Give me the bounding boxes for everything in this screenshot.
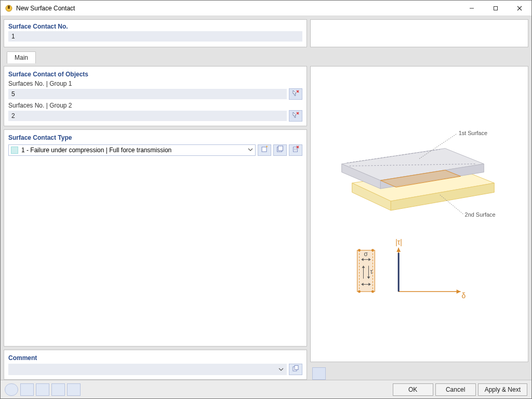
svg-point-36 (358, 290, 361, 293)
contact-type-selected-label: 1 - Failure under compression | Full for… (21, 147, 171, 154)
type-delete-button[interactable] (289, 144, 302, 156)
pick-in-view-icon (292, 111, 299, 121)
type-section: Surface Contact Type 1 - Failure under c… (4, 129, 307, 347)
objects-section: Surface Contact of Objects Surfaces No. … (4, 66, 307, 126)
group2-label: Surfaces No. | Group 2 (8, 102, 302, 109)
dialog-footer: 0,00 fx OK Cancel Apply & Next (1, 380, 531, 398)
svg-point-34 (358, 249, 361, 251)
svg-rect-21 (295, 366, 298, 370)
maximize-button[interactable] (484, 1, 508, 16)
comment-heading: Comment (8, 354, 302, 362)
minimize-button[interactable] (460, 1, 484, 16)
chevron-down-icon (248, 147, 253, 154)
svg-marker-49 (396, 248, 401, 252)
chevron-down-icon (278, 365, 284, 374)
preview-show-button[interactable] (312, 367, 326, 380)
pick-in-view-icon (292, 89, 299, 99)
contact-number-input[interactable] (8, 31, 302, 42)
ok-button[interactable]: OK (393, 383, 433, 396)
preview-panel: 1st Surface 2nd Surface (310, 66, 528, 362)
close-button[interactable] (508, 1, 531, 16)
tau-label: τ (370, 268, 373, 275)
svg-point-37 (371, 290, 374, 293)
function-button[interactable]: fx (67, 383, 81, 396)
sigma-label: σ (364, 250, 368, 258)
type-library-button[interactable] (273, 144, 287, 156)
library-icon (276, 145, 284, 155)
type-color-swatch (11, 147, 18, 154)
contact-type-select[interactable]: 1 - Failure under compression | Full for… (8, 144, 256, 156)
units-button[interactable]: 0,00 (20, 383, 34, 396)
surface1-label: 1st Surface (459, 130, 487, 136)
display-button[interactable] (51, 383, 65, 396)
tab-main[interactable]: Main (7, 51, 36, 63)
copy-icon (292, 365, 299, 374)
type-heading: Surface Contact Type (8, 134, 302, 141)
group1-pick-button[interactable] (289, 88, 302, 100)
group2-input[interactable] (8, 111, 287, 121)
type-new-button[interactable] (258, 144, 271, 156)
contact-number-panel: Surface Contact No. (4, 19, 307, 47)
window-title: New Surface Contact (16, 5, 75, 12)
object-tree-button[interactable] (36, 383, 49, 396)
group1-label: Surfaces No. | Group 1 (8, 80, 302, 87)
svg-rect-10 (262, 147, 267, 152)
svg-rect-3 (494, 6, 498, 10)
surface2-label: 2nd Surface (465, 211, 496, 218)
apply-next-button[interactable]: Apply & Next (478, 383, 527, 396)
preview-illustration: 1st Surface 2nd Surface (311, 66, 528, 362)
group1-input[interactable] (8, 89, 287, 99)
svg-point-35 (371, 249, 374, 251)
svg-rect-14 (278, 146, 283, 151)
svg-marker-51 (457, 289, 461, 294)
help-button[interactable] (5, 383, 18, 396)
axis-x-label: δ (462, 291, 466, 300)
comment-section: Comment (4, 350, 307, 380)
app-icon (5, 4, 13, 12)
contact-number-heading: Surface Contact No. (8, 23, 302, 30)
cancel-button[interactable]: Cancel (435, 383, 476, 396)
delete-icon (292, 145, 299, 155)
tab-strip: Main (4, 50, 528, 63)
new-icon (261, 145, 268, 155)
comment-copy-button[interactable] (289, 364, 302, 375)
header-blank-panel (310, 19, 528, 47)
group2-pick-button[interactable] (289, 110, 302, 122)
svg-rect-1 (8, 6, 10, 9)
axis-y-label: |τ| (395, 238, 402, 246)
objects-heading: Surface Contact of Objects (8, 71, 302, 78)
comment-combo[interactable] (8, 364, 287, 375)
titlebar: New Surface Contact (1, 1, 531, 16)
dialog-window: New Surface Contact Surface Contact No. … (0, 0, 532, 399)
